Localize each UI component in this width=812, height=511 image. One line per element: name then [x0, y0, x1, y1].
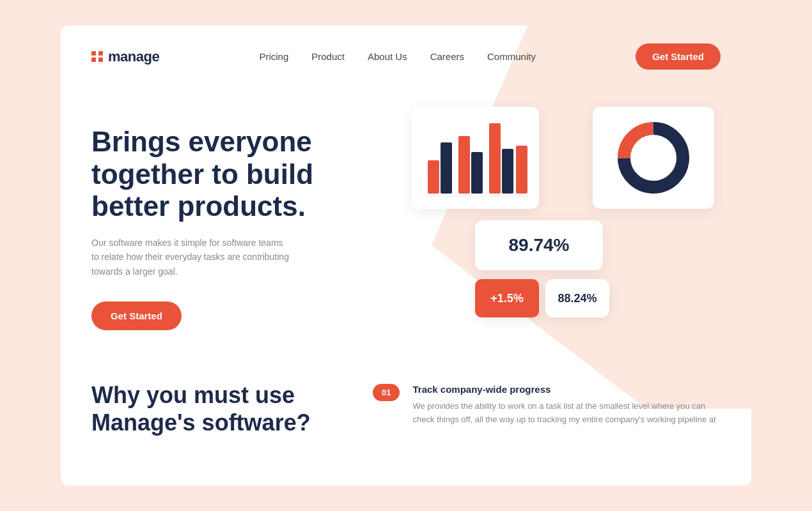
- nav-item-about[interactable]: About Us: [368, 51, 407, 63]
- section2-right: 01 Track company-wide progress We provid…: [373, 381, 721, 444]
- section2-left: Why you must use Manage's software?: [91, 381, 334, 444]
- bar-chart-svg: [421, 117, 529, 199]
- hero-title: Brings everyone together to build better…: [91, 126, 366, 223]
- hero-right: 89.74% +1.5% 88.24%: [392, 107, 721, 349]
- logo-dot-2: [98, 51, 103, 56]
- feature-item-1: 01 Track company-wide progress We provid…: [373, 384, 721, 427]
- svg-rect-4: [489, 123, 501, 194]
- svg-rect-0: [428, 160, 439, 194]
- get-started-nav-button[interactable]: Get Started: [636, 43, 721, 70]
- feature-badge-1: 01: [373, 384, 400, 401]
- small-orange-card: +1.5%: [475, 279, 539, 317]
- nav-links: Pricing Product About Us Careers Communi…: [259, 51, 535, 63]
- hero-left: Brings everyone together to build better…: [91, 107, 366, 330]
- nav-link-about[interactable]: About Us: [368, 51, 407, 62]
- logo-dot-3: [91, 57, 96, 62]
- donut-chart-svg: [615, 119, 692, 196]
- section2-title: Why you must use Manage's software?: [91, 381, 334, 436]
- big-percent-card: 89.74%: [475, 220, 603, 270]
- feature-content-1: Track company-wide progress We provides …: [412, 384, 721, 427]
- small-white-value: 88.24%: [558, 292, 597, 305]
- logo-text: manage: [108, 49, 159, 65]
- svg-rect-1: [441, 142, 452, 194]
- nav-item-careers[interactable]: Careers: [430, 51, 464, 63]
- svg-point-10: [632, 136, 675, 179]
- bar-chart-card: [411, 107, 539, 209]
- nav-item-product[interactable]: Product: [311, 51, 345, 63]
- big-percent-value: 89.74%: [509, 235, 570, 256]
- navbar: manage Pricing Product About Us Careers …: [61, 26, 751, 88]
- svg-rect-3: [471, 152, 483, 194]
- nav-item-pricing[interactable]: Pricing: [259, 51, 288, 63]
- svg-rect-2: [458, 136, 470, 194]
- feature-title-1: Track company-wide progress: [412, 384, 721, 395]
- feature-desc-1: We provides the ability to work on a tas…: [412, 400, 721, 427]
- section2: Why you must use Manage's software? 01 T…: [61, 349, 751, 444]
- hero-section: Brings everyone together to build better…: [61, 88, 751, 349]
- logo-dot-1: [91, 51, 96, 56]
- svg-rect-5: [502, 149, 513, 194]
- nav-item-community[interactable]: Community: [487, 51, 536, 63]
- nav-link-product[interactable]: Product: [311, 51, 345, 62]
- logo-dots: [91, 51, 103, 63]
- get-started-hero-button[interactable]: Get Started: [91, 301, 182, 330]
- logo-dot-4: [98, 57, 103, 62]
- hero-subtitle: Our software makes it simple for softwar…: [91, 236, 290, 278]
- small-white-card: 88.24%: [545, 279, 609, 317]
- donut-chart-card: [593, 107, 714, 209]
- logo: manage: [91, 49, 159, 65]
- svg-rect-6: [516, 146, 527, 194]
- nav-link-careers[interactable]: Careers: [430, 51, 464, 62]
- main-container: manage Pricing Product About Us Careers …: [61, 26, 751, 485]
- nav-link-community[interactable]: Community: [487, 51, 536, 62]
- nav-link-pricing[interactable]: Pricing: [259, 51, 288, 62]
- small-orange-value: +1.5%: [490, 292, 524, 305]
